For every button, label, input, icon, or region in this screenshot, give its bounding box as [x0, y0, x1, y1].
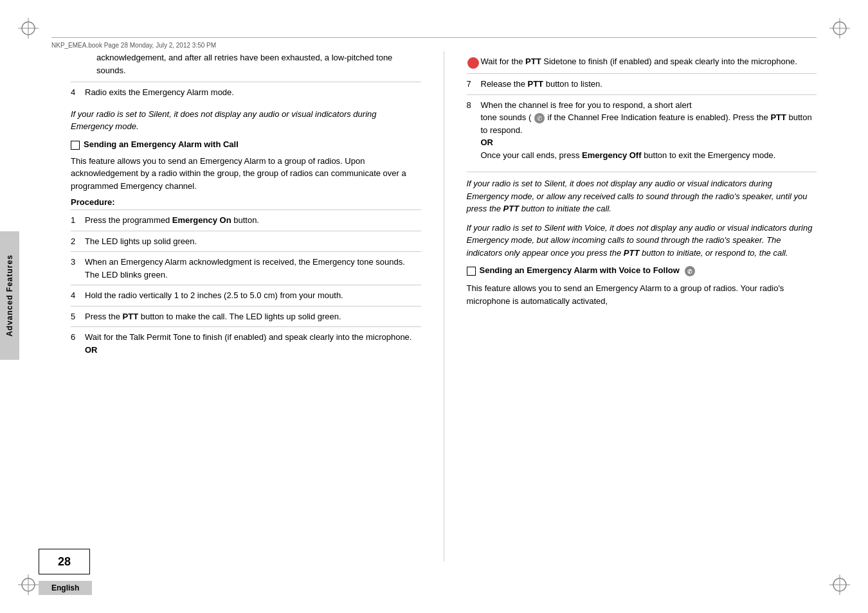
step-4: 4 Hold the radio vertically 1 to 2 inche… — [71, 285, 421, 306]
step-text-4: Hold the radio vertically 1 to 2 inches … — [85, 289, 421, 302]
section1-body: This feature allows you to send an Emerg… — [71, 155, 421, 193]
step-num-1: 1 — [71, 214, 85, 227]
step-text-5: Press the PTT button to make the call. T… — [85, 310, 421, 323]
step-6: 6 Wait for the Talk Permit Tone to finis… — [71, 326, 421, 360]
section1-title: Sending an Emergency Alarm with Call — [84, 139, 239, 149]
step-text-1: Press the programmed Emergency On button… — [85, 214, 421, 227]
section2-icon — [467, 267, 476, 276]
italic-note-right-1: If your radio is set to Silent, it does … — [467, 172, 817, 215]
step-icon-text: Wait for the PTT Sidetone to finish (if … — [481, 55, 817, 69]
reg-mark-tl — [18, 18, 39, 39]
content-area: acknowledgement, and after all retries h… — [51, 51, 817, 562]
svg-text:✆: ✆ — [687, 269, 692, 275]
step-text: Radio exits the Emergency Alarm mode. — [85, 86, 421, 99]
step-num-8: 8 — [467, 99, 481, 162]
step-row-4-top: 4 Radio exits the Emergency Alarm mode. — [71, 82, 421, 103]
intro-text: acknowledgement, and after all retries h… — [96, 51, 421, 76]
step-num-3: 3 — [71, 256, 85, 281]
step-text-8: When the channel is free for you to resp… — [481, 99, 817, 162]
procedure-label: Procedure: — [71, 197, 421, 207]
step-icon — [467, 55, 481, 69]
section2-title: Sending an Emergency Alarm with Voice to… — [480, 265, 696, 277]
column-divider — [444, 51, 444, 562]
step-7: 7 Release the PTT button to listen. — [467, 73, 817, 94]
reg-mark-br — [829, 574, 850, 595]
step-2: 2 The LED lights up solid green. — [71, 231, 421, 252]
step-3: 3 When an Emergency Alarm acknowledgment… — [71, 251, 421, 285]
step-8: 8 When the channel is free for you to re… — [467, 94, 817, 166]
step-text-3: When an Emergency Alarm acknowledgment i… — [85, 256, 421, 281]
section1-heading: Sending an Emergency Alarm with Call — [71, 139, 421, 150]
svg-text:✆: ✆ — [537, 115, 542, 122]
side-label: Advanced Features — [0, 231, 19, 360]
step-num-2: 2 — [71, 235, 85, 248]
step-num-7: 7 — [467, 78, 481, 91]
italic-note-right-2: If your radio is set to Silent with Voic… — [467, 222, 817, 260]
step-num-6: 6 — [71, 331, 85, 356]
step-text-7: Release the PTT button to listen. — [481, 78, 817, 91]
step-icon-row: Wait for the PTT Sidetone to finish (if … — [467, 51, 817, 73]
step-5: 5 Press the PTT button to make the call.… — [71, 306, 421, 327]
page: NKP_EMEA.book Page 28 Monday, July 2, 20… — [0, 0, 868, 613]
reg-mark-bl — [18, 574, 39, 595]
step-text-6: Wait for the Talk Permit Tone to finish … — [85, 331, 421, 356]
right-column: Wait for the PTT Sidetone to finish (if … — [467, 51, 817, 562]
step-num: 4 — [71, 86, 85, 99]
left-column: acknowledgement, and after all retries h… — [51, 51, 421, 562]
step-num-5: 5 — [71, 310, 85, 323]
section2-body: This feature allows you to send an Emerg… — [467, 282, 817, 307]
reg-mark-tr — [829, 18, 850, 39]
step-text-2: The LED lights up solid green. — [85, 235, 421, 248]
side-label-text: Advanced Features — [5, 254, 14, 337]
header-bar: NKP_EMEA.book Page 28 Monday, July 2, 20… — [51, 37, 817, 49]
svg-point-12 — [467, 57, 479, 69]
section2-heading: Sending an Emergency Alarm with Voice to… — [467, 265, 817, 277]
header-text: NKP_EMEA.book Page 28 Monday, July 2, 20… — [51, 42, 216, 49]
section1-icon — [71, 141, 80, 150]
italic-note-left: If your radio is set to Silent, it does … — [71, 108, 421, 133]
step-num-4: 4 — [71, 289, 85, 302]
language-tab: English — [39, 581, 92, 595]
language-label: English — [51, 583, 79, 592]
step-1: 1 Press the programmed Emergency On butt… — [71, 209, 421, 231]
